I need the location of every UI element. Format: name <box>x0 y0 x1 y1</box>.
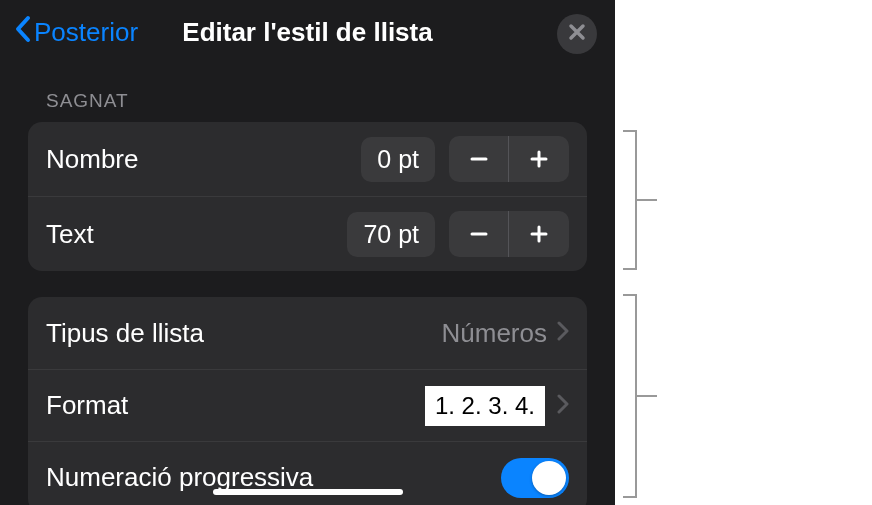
panel-header: Posterior Editar l'estil de llista <box>0 0 615 64</box>
minus-icon <box>468 148 490 170</box>
nombre-label: Nombre <box>46 144 361 175</box>
list-type-group: Tipus de llista Números Format 1. 2. 3. … <box>28 297 587 505</box>
progressive-numbering-row: Numeració progressiva <box>28 441 587 505</box>
chevron-left-icon <box>14 15 32 50</box>
format-value: 1. 2. 3. 4. <box>425 386 545 426</box>
close-icon <box>568 23 586 45</box>
indent-section-label: SAGNAT <box>0 64 615 122</box>
chevron-right-icon <box>557 394 569 418</box>
progressive-toggle[interactable] <box>501 458 569 498</box>
chevron-right-icon <box>557 321 569 345</box>
text-label: Text <box>46 219 347 250</box>
nombre-decrease-button[interactable] <box>449 136 509 182</box>
text-stepper <box>449 211 569 257</box>
panel-title: Editar l'estil de llista <box>182 17 432 48</box>
text-value[interactable]: 70 pt <box>347 212 435 257</box>
nombre-value[interactable]: 0 pt <box>361 137 435 182</box>
back-button[interactable]: Posterior <box>14 15 138 50</box>
indent-group: Nombre 0 pt Text 70 pt <box>28 122 587 271</box>
close-button[interactable] <box>557 14 597 54</box>
indent-text-row: Text 70 pt <box>28 196 587 271</box>
callout-line-1 <box>637 199 657 201</box>
callout-bracket-1 <box>623 130 637 270</box>
minus-icon <box>468 223 490 245</box>
back-label: Posterior <box>34 17 138 48</box>
text-decrease-button[interactable] <box>449 211 509 257</box>
format-row[interactable]: Format 1. 2. 3. 4. <box>28 369 587 441</box>
toggle-knob <box>532 461 566 495</box>
callout-bracket-2 <box>623 294 637 498</box>
plus-icon <box>528 223 550 245</box>
list-type-row[interactable]: Tipus de llista Números <box>28 297 587 369</box>
nombre-stepper <box>449 136 569 182</box>
callout-line-2 <box>637 395 657 397</box>
home-indicator[interactable] <box>213 489 403 495</box>
indent-nombre-row: Nombre 0 pt <box>28 122 587 196</box>
list-type-label: Tipus de llista <box>46 318 442 349</box>
callout-annotations <box>615 0 872 505</box>
edit-list-style-panel: Posterior Editar l'estil de llista SAGNA… <box>0 0 615 505</box>
text-increase-button[interactable] <box>509 211 569 257</box>
plus-icon <box>528 148 550 170</box>
format-label: Format <box>46 390 425 421</box>
nombre-increase-button[interactable] <box>509 136 569 182</box>
list-type-value: Números <box>442 318 547 349</box>
